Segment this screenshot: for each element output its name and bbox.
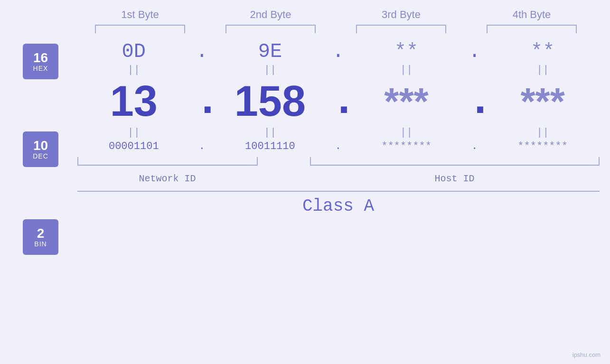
bin-dot2: .: [331, 140, 345, 152]
bin-dot3: .: [468, 140, 482, 152]
dec-label: DEC: [33, 152, 48, 160]
eq1-b3: ||: [354, 64, 459, 76]
base-labels-column: 16 HEX 10 DEC 2 BIN: [0, 38, 66, 255]
network-id-bracket: [77, 157, 258, 166]
full-bottom-line: [77, 191, 600, 192]
hex-b4: **: [490, 40, 595, 63]
byte2-header: 2nd Byte: [218, 9, 323, 21]
class-label: Class A: [302, 196, 374, 216]
bracket-byte3: [356, 25, 446, 33]
byte-headers: 1st Byte 2nd Byte 3rd Byte 4th Byte: [75, 0, 597, 21]
bracket-byte2: [225, 25, 316, 33]
data-section: 0D . 9E . ** . ** || || || || 13: [66, 38, 610, 255]
hex-row: 0D . 9E . ** . **: [77, 40, 600, 63]
main-container: 1st Byte 2nd Byte 3rd Byte 4th Byte 16 H…: [0, 0, 610, 364]
hex-b3: **: [354, 40, 459, 63]
dec-b4: ***: [490, 80, 595, 123]
byte4-header: 4th Byte: [479, 9, 584, 21]
bracket-byte1: [95, 25, 185, 33]
bracket-byte4: [487, 25, 577, 33]
dec-badge: 10 DEC: [23, 131, 58, 167]
eq1-b4: ||: [490, 64, 595, 76]
bin-label: BIN: [34, 240, 47, 248]
top-brackets: [75, 25, 597, 33]
network-id-label: Network ID: [77, 173, 258, 184]
dec-b3: ***: [354, 80, 459, 123]
eq1-b1: ||: [82, 64, 186, 76]
host-id-label: Host ID: [310, 173, 600, 184]
dec-dot1: .: [195, 77, 209, 126]
byte3-header: 3rd Byte: [349, 9, 453, 21]
bottom-bracket-row: [77, 157, 600, 171]
bin-b3: ********: [354, 140, 459, 152]
class-row: Class A: [77, 196, 600, 216]
hex-b2: 9E: [218, 40, 322, 63]
dec-num: 10: [33, 139, 48, 152]
hex-dot2: .: [331, 40, 345, 63]
eq2-b2: ||: [218, 127, 322, 139]
equals-row-2: || || || ||: [77, 127, 600, 139]
bin-badge: 2 BIN: [23, 219, 58, 255]
dec-dot2: .: [331, 77, 345, 126]
watermark: ipshu.com: [572, 351, 601, 358]
bin-dot1: .: [195, 140, 209, 152]
eq2-b4: ||: [490, 127, 595, 139]
hex-dot3: .: [468, 40, 482, 63]
eq1-b2: ||: [218, 64, 322, 76]
bin-b1: 00001101: [82, 140, 186, 152]
hex-b1: 0D: [82, 40, 186, 63]
byte1-header: 1st Byte: [88, 9, 192, 21]
equals-row-1: || || || ||: [77, 64, 600, 76]
dec-b2: 158: [218, 77, 322, 126]
dec-row: 13 . 158 . *** . ***: [77, 77, 600, 126]
hex-label: HEX: [33, 65, 48, 72]
hex-dot1: .: [195, 40, 209, 63]
host-id-bracket: [310, 157, 600, 166]
bin-row: 00001101 . 10011110 . ******** . *******…: [77, 140, 600, 152]
hex-badge: 16 HEX: [23, 44, 58, 79]
bin-b4: ********: [490, 140, 595, 152]
hex-num: 16: [33, 51, 48, 65]
bracket-labels: Network ID Host ID: [77, 173, 600, 184]
bin-num: 2: [37, 227, 45, 240]
eq2-b3: ||: [354, 127, 459, 139]
dec-b1: 13: [82, 77, 186, 126]
dec-dot3: .: [468, 77, 482, 126]
bin-b2: 10011110: [218, 140, 322, 152]
eq2-b1: ||: [82, 127, 186, 139]
